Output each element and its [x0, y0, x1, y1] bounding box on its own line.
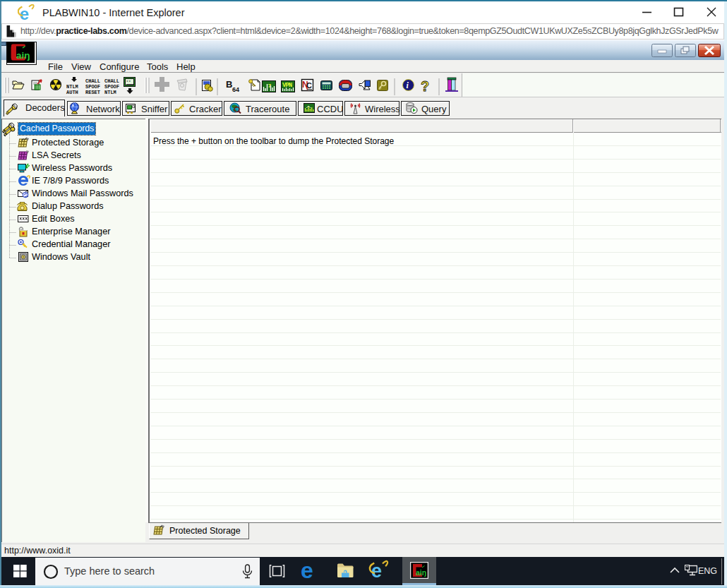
svg-text:**: **: [126, 80, 131, 85]
svg-text:7: 7: [268, 83, 272, 89]
svg-text:B: B: [226, 79, 232, 90]
svg-text:aiŋ: aiŋ: [16, 50, 30, 61]
svg-text:64: 64: [232, 86, 239, 93]
svg-text:SPOOF: SPOOF: [85, 84, 100, 90]
svg-text:aiŋ: aiŋ: [416, 568, 426, 577]
svg-text:VPN: VPN: [282, 82, 292, 89]
svg-text:SPOOF: SPOOF: [104, 84, 119, 90]
svg-text:?: ?: [421, 78, 429, 94]
svg-text:e: e: [301, 558, 313, 583]
svg-text:CHALL: CHALL: [85, 78, 100, 84]
svg-text:CHALL: CHALL: [104, 78, 119, 84]
svg-text:NTLM: NTLM: [104, 90, 116, 95]
svg-text:RESET: RESET: [85, 90, 100, 95]
svg-text:AUTH: AUTH: [66, 90, 78, 95]
svg-text:NTLM: NTLM: [66, 84, 78, 90]
